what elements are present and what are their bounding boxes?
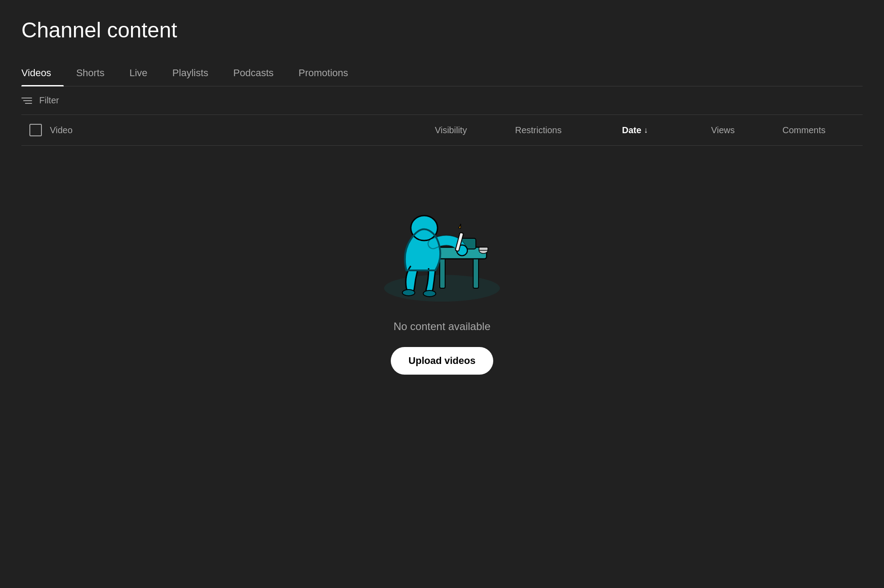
tab-videos[interactable]: Videos <box>21 60 64 86</box>
filter-icon[interactable] <box>21 98 32 104</box>
filter-label: Filter <box>39 95 59 106</box>
empty-state: No content available Upload videos <box>21 146 863 401</box>
svg-point-12 <box>423 290 436 297</box>
svg-point-7 <box>411 216 438 241</box>
col-header-date[interactable]: Date ↓ <box>622 125 711 135</box>
tab-podcasts[interactable]: Podcasts <box>221 60 286 86</box>
upload-videos-button[interactable]: Upload videos <box>391 347 493 375</box>
tab-shorts[interactable]: Shorts <box>64 60 117 86</box>
sort-arrow-icon: ↓ <box>644 126 648 135</box>
checkbox[interactable] <box>29 124 42 136</box>
svg-rect-1 <box>440 257 445 288</box>
col-header-visibility: Visibility <box>435 125 515 135</box>
col-header-comments: Comments <box>782 125 863 135</box>
svg-rect-6 <box>479 247 488 250</box>
tab-promotions[interactable]: Promotions <box>286 60 360 86</box>
tab-playlists[interactable]: Playlists <box>160 60 221 86</box>
col-header-views: Views <box>711 125 782 135</box>
svg-rect-2 <box>473 257 479 288</box>
col-header-restrictions: Restrictions <box>515 125 622 135</box>
tabs-nav: Videos Shorts Live Playlists Podcasts Pr… <box>21 60 863 86</box>
svg-point-11 <box>402 290 415 296</box>
page-title: Channel content <box>21 18 863 42</box>
svg-marker-10 <box>459 224 462 229</box>
empty-state-message: No content available <box>393 320 490 333</box>
col-header-video: Video <box>50 125 435 135</box>
empty-illustration <box>371 181 513 306</box>
filter-row: Filter <box>21 86 863 115</box>
tab-live[interactable]: Live <box>117 60 160 86</box>
select-all-checkbox[interactable] <box>21 124 50 136</box>
table-header: Video Visibility Restrictions Date ↓ Vie… <box>21 115 863 146</box>
